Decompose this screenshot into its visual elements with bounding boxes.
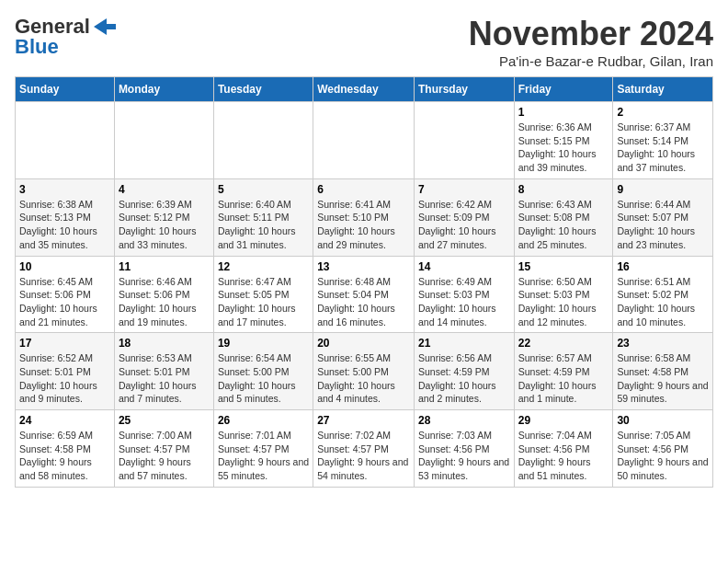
calendar-cell: 7Sunrise: 6:42 AM Sunset: 5:09 PM Daylig… xyxy=(414,178,514,256)
calendar-cell: 26Sunrise: 7:01 AM Sunset: 4:57 PM Dayli… xyxy=(213,410,313,488)
day-info: Sunrise: 6:45 AM Sunset: 5:06 PM Dayligh… xyxy=(19,275,110,329)
day-number: 1 xyxy=(518,106,609,119)
calendar-cell: 22Sunrise: 6:57 AM Sunset: 4:59 PM Dayli… xyxy=(514,333,613,410)
day-info: Sunrise: 6:36 AM Sunset: 5:15 PM Dayligh… xyxy=(518,121,609,175)
day-info: Sunrise: 6:46 AM Sunset: 5:06 PM Dayligh… xyxy=(119,275,210,329)
calendar-cell: 11Sunrise: 6:46 AM Sunset: 5:06 PM Dayli… xyxy=(114,256,213,333)
calendar-cell: 10Sunrise: 6:45 AM Sunset: 5:06 PM Dayli… xyxy=(16,256,115,333)
day-number: 25 xyxy=(119,414,210,427)
calendar-cell xyxy=(114,102,213,179)
calendar-week-row: 17Sunrise: 6:52 AM Sunset: 5:01 PM Dayli… xyxy=(16,333,713,410)
calendar-table: SundayMondayTuesdayWednesdayThursdayFrid… xyxy=(15,76,713,488)
day-info: Sunrise: 6:43 AM Sunset: 5:08 PM Dayligh… xyxy=(518,198,609,252)
day-info: Sunrise: 6:47 AM Sunset: 5:05 PM Dayligh… xyxy=(218,275,309,329)
calendar-cell: 2Sunrise: 6:37 AM Sunset: 5:14 PM Daylig… xyxy=(613,102,713,179)
day-number: 17 xyxy=(19,337,110,350)
day-info: Sunrise: 7:03 AM Sunset: 4:56 PM Dayligh… xyxy=(418,429,510,483)
day-number: 14 xyxy=(418,260,510,273)
weekday-header-row: SundayMondayTuesdayWednesdayThursdayFrid… xyxy=(16,77,713,102)
calendar-cell: 29Sunrise: 7:04 AM Sunset: 4:56 PM Dayli… xyxy=(514,410,613,488)
day-info: Sunrise: 6:53 AM Sunset: 5:01 PM Dayligh… xyxy=(119,351,210,406)
calendar-cell: 24Sunrise: 6:59 AM Sunset: 4:58 PM Dayli… xyxy=(16,410,115,488)
calendar-cell xyxy=(313,102,415,179)
day-number: 27 xyxy=(317,414,410,427)
calendar-cell: 25Sunrise: 7:00 AM Sunset: 4:57 PM Dayli… xyxy=(114,410,213,488)
calendar-cell xyxy=(213,102,313,179)
calendar-cell: 1Sunrise: 6:36 AM Sunset: 5:15 PM Daylig… xyxy=(514,102,613,179)
day-info: Sunrise: 6:44 AM Sunset: 5:07 PM Dayligh… xyxy=(617,198,709,252)
day-number: 28 xyxy=(418,414,510,427)
day-info: Sunrise: 7:00 AM Sunset: 4:57 PM Dayligh… xyxy=(119,429,210,483)
day-number: 30 xyxy=(617,414,709,427)
day-info: Sunrise: 6:52 AM Sunset: 5:01 PM Dayligh… xyxy=(19,351,110,406)
calendar-cell: 6Sunrise: 6:41 AM Sunset: 5:10 PM Daylig… xyxy=(313,178,415,256)
calendar-cell: 8Sunrise: 6:43 AM Sunset: 5:08 PM Daylig… xyxy=(514,178,613,256)
day-number: 22 xyxy=(518,337,609,350)
location-subtitle: Pa'in-e Bazar-e Rudbar, Gilan, Iran xyxy=(469,53,713,69)
day-info: Sunrise: 6:50 AM Sunset: 5:03 PM Dayligh… xyxy=(518,275,609,329)
day-info: Sunrise: 6:42 AM Sunset: 5:09 PM Dayligh… xyxy=(418,198,510,252)
day-info: Sunrise: 6:56 AM Sunset: 4:59 PM Dayligh… xyxy=(418,351,510,406)
day-number: 8 xyxy=(518,183,609,196)
calendar-body: 1Sunrise: 6:36 AM Sunset: 5:15 PM Daylig… xyxy=(16,102,713,488)
day-number: 29 xyxy=(518,414,609,427)
calendar-cell: 13Sunrise: 6:48 AM Sunset: 5:04 PM Dayli… xyxy=(313,256,415,333)
day-number: 26 xyxy=(218,414,309,427)
day-info: Sunrise: 6:49 AM Sunset: 5:03 PM Dayligh… xyxy=(418,275,510,329)
weekday-header-saturday: Saturday xyxy=(613,77,713,102)
day-number: 18 xyxy=(119,337,210,350)
day-number: 23 xyxy=(617,337,709,350)
day-info: Sunrise: 6:57 AM Sunset: 4:59 PM Dayligh… xyxy=(518,351,609,406)
calendar-cell: 14Sunrise: 6:49 AM Sunset: 5:03 PM Dayli… xyxy=(414,256,514,333)
calendar-cell: 5Sunrise: 6:40 AM Sunset: 5:11 PM Daylig… xyxy=(213,178,313,256)
day-info: Sunrise: 7:02 AM Sunset: 4:57 PM Dayligh… xyxy=(317,429,410,483)
logo-arrow-icon xyxy=(90,17,116,37)
calendar-week-row: 24Sunrise: 6:59 AM Sunset: 4:58 PM Dayli… xyxy=(16,410,713,488)
day-number: 11 xyxy=(119,260,210,273)
day-info: Sunrise: 6:54 AM Sunset: 5:00 PM Dayligh… xyxy=(218,351,309,406)
calendar-cell xyxy=(16,102,115,179)
title-area: November 2024 Pa'in-e Bazar-e Rudbar, Gi… xyxy=(469,15,713,69)
day-number: 19 xyxy=(218,337,309,350)
weekday-header-wednesday: Wednesday xyxy=(313,77,415,102)
day-info: Sunrise: 6:48 AM Sunset: 5:04 PM Dayligh… xyxy=(317,275,410,329)
calendar-cell: 16Sunrise: 6:51 AM Sunset: 5:02 PM Dayli… xyxy=(613,256,713,333)
day-number: 4 xyxy=(119,183,210,196)
day-info: Sunrise: 6:51 AM Sunset: 5:02 PM Dayligh… xyxy=(617,275,709,329)
calendar-cell: 23Sunrise: 6:58 AM Sunset: 4:58 PM Dayli… xyxy=(613,333,713,410)
day-info: Sunrise: 6:55 AM Sunset: 5:00 PM Dayligh… xyxy=(317,351,410,406)
day-info: Sunrise: 6:59 AM Sunset: 4:58 PM Dayligh… xyxy=(19,429,110,483)
calendar-week-row: 1Sunrise: 6:36 AM Sunset: 5:15 PM Daylig… xyxy=(16,102,713,179)
weekday-header-monday: Monday xyxy=(114,77,213,102)
logo: General Blue xyxy=(15,15,116,59)
calendar-cell: 19Sunrise: 6:54 AM Sunset: 5:00 PM Dayli… xyxy=(213,333,313,410)
day-info: Sunrise: 7:04 AM Sunset: 4:56 PM Dayligh… xyxy=(518,429,609,483)
day-number: 2 xyxy=(617,106,709,119)
day-number: 7 xyxy=(418,183,510,196)
day-info: Sunrise: 7:01 AM Sunset: 4:57 PM Dayligh… xyxy=(218,429,309,483)
day-number: 6 xyxy=(317,183,410,196)
day-info: Sunrise: 7:05 AM Sunset: 4:56 PM Dayligh… xyxy=(617,429,709,483)
calendar-cell: 12Sunrise: 6:47 AM Sunset: 5:05 PM Dayli… xyxy=(213,256,313,333)
calendar-cell: 21Sunrise: 6:56 AM Sunset: 4:59 PM Dayli… xyxy=(414,333,514,410)
calendar-cell: 17Sunrise: 6:52 AM Sunset: 5:01 PM Dayli… xyxy=(16,333,115,410)
calendar-cell: 15Sunrise: 6:50 AM Sunset: 5:03 PM Dayli… xyxy=(514,256,613,333)
calendar-cell xyxy=(414,102,514,179)
calendar-header: SundayMondayTuesdayWednesdayThursdayFrid… xyxy=(16,77,713,102)
calendar-week-row: 10Sunrise: 6:45 AM Sunset: 5:06 PM Dayli… xyxy=(16,256,713,333)
day-number: 9 xyxy=(617,183,709,196)
day-info: Sunrise: 6:58 AM Sunset: 4:58 PM Dayligh… xyxy=(617,351,709,406)
page-header: General Blue November 2024 Pa'in-e Bazar… xyxy=(15,15,713,69)
svg-marker-0 xyxy=(94,18,116,35)
day-number: 5 xyxy=(218,183,309,196)
calendar-week-row: 3Sunrise: 6:38 AM Sunset: 5:13 PM Daylig… xyxy=(16,178,713,256)
day-info: Sunrise: 6:38 AM Sunset: 5:13 PM Dayligh… xyxy=(19,198,110,252)
calendar-cell: 3Sunrise: 6:38 AM Sunset: 5:13 PM Daylig… xyxy=(16,178,115,256)
day-number: 13 xyxy=(317,260,410,273)
day-number: 21 xyxy=(418,337,510,350)
day-info: Sunrise: 6:41 AM Sunset: 5:10 PM Dayligh… xyxy=(317,198,410,252)
day-number: 10 xyxy=(19,260,110,273)
day-info: Sunrise: 6:40 AM Sunset: 5:11 PM Dayligh… xyxy=(218,198,309,252)
calendar-cell: 27Sunrise: 7:02 AM Sunset: 4:57 PM Dayli… xyxy=(313,410,415,488)
weekday-header-friday: Friday xyxy=(514,77,613,102)
